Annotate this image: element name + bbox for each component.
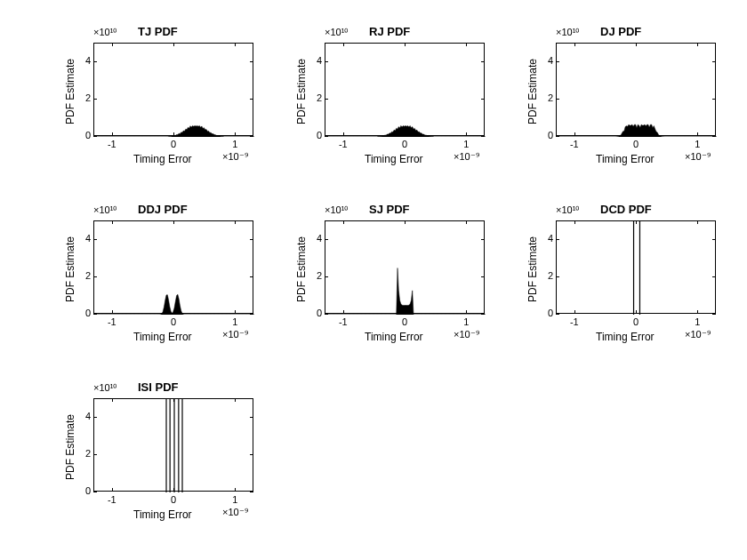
y-tick-label: 0 (295, 308, 322, 318)
y-multiplier: ×10¹⁰ (93, 27, 116, 38)
x-axis-label: Timing Error (133, 153, 192, 165)
chart-panel-ddj: ×10¹⁰DDJ PDF024-101PDF EstimateTiming Er… (53, 196, 267, 356)
x-multiplier: ×10⁻⁹ (222, 507, 248, 518)
y-tick-label: 0 (64, 485, 91, 496)
y-axis-label: PDF Estimate (295, 59, 308, 124)
x-multiplier: ×10⁻⁹ (222, 151, 248, 163)
chart-panel-tj: ×10¹⁰TJ PDF024-101PDF EstimateTiming Err… (53, 18, 267, 178)
x-tick-label: 1 (453, 139, 479, 149)
x-multiplier: ×10⁻⁹ (454, 151, 479, 163)
x-axis-label: Timing Error (365, 153, 423, 165)
plot-area (325, 220, 485, 314)
plot-area (556, 43, 716, 136)
y-multiplier: ×10¹⁰ (325, 27, 348, 38)
plot-area (556, 220, 716, 314)
x-tick-label: 0 (391, 139, 418, 149)
x-tick-label: 1 (453, 316, 479, 327)
x-tick-label: 1 (221, 494, 248, 505)
x-tick-label: -1 (99, 494, 125, 505)
x-tick-label: -1 (99, 139, 125, 149)
x-tick-label: -1 (330, 316, 357, 327)
chart-title: DJ PDF (600, 25, 641, 38)
y-axis-label: PDF Estimate (526, 236, 539, 302)
x-multiplier: ×10⁻⁹ (222, 329, 248, 340)
x-tick-label: -1 (561, 139, 588, 149)
y-tick-label: 0 (295, 130, 322, 140)
chart-panel-rj: ×10¹⁰RJ PDF024-101PDF EstimateTiming Err… (285, 18, 498, 178)
chart-panel-dj: ×10¹⁰DJ PDF024-101PDF EstimateTiming Err… (516, 18, 729, 178)
x-tick-label: 0 (160, 316, 187, 327)
chart-data-svg (94, 399, 254, 492)
x-tick-label: -1 (99, 316, 125, 327)
x-axis-label: Timing Error (365, 331, 423, 343)
x-tick-label: -1 (561, 316, 588, 327)
x-axis-label: Timing Error (596, 153, 655, 165)
y-axis-label: PDF Estimate (64, 414, 76, 480)
chart-title: RJ PDF (369, 25, 410, 38)
x-tick-label: 1 (221, 316, 248, 327)
x-tick-label: 0 (160, 139, 187, 149)
x-tick-label: 0 (160, 494, 187, 505)
x-tick-label: 1 (684, 316, 711, 327)
x-tick-label: -1 (330, 139, 357, 149)
y-multiplier: ×10¹⁰ (93, 204, 116, 216)
plot-area (93, 398, 253, 492)
y-multiplier: ×10¹⁰ (556, 204, 579, 216)
chart-data-svg (94, 44, 254, 137)
chart-data-svg (94, 221, 254, 315)
x-multiplier: ×10⁻⁹ (685, 151, 711, 163)
chart-data-svg (557, 221, 717, 315)
y-axis-label: PDF Estimate (64, 236, 76, 302)
x-tick-label: 0 (391, 316, 418, 327)
chart-data-svg (325, 221, 486, 315)
chart-panel-isi: ×10¹⁰ISI PDF024-101PDF EstimateTiming Er… (53, 373, 267, 533)
y-tick-label: 0 (64, 130, 91, 140)
x-multiplier: ×10⁻⁹ (685, 329, 711, 340)
chart-title: DCD PDF (600, 203, 652, 216)
chart-panel-sj: ×10¹⁰SJ PDF024-101PDF EstimateTiming Err… (285, 196, 498, 356)
x-tick-label: 0 (622, 139, 649, 149)
x-tick-label: 0 (622, 316, 649, 327)
plot-area (93, 220, 253, 314)
y-axis-label: PDF Estimate (295, 236, 308, 302)
y-multiplier: ×10¹⁰ (93, 382, 116, 394)
x-multiplier: ×10⁻⁹ (454, 329, 479, 340)
chart-title: DDJ PDF (138, 203, 188, 216)
x-axis-label: Timing Error (133, 508, 192, 521)
chart-title: ISI PDF (138, 380, 179, 394)
chart-data-svg (325, 44, 486, 137)
y-tick-label: 0 (526, 308, 553, 318)
plot-area (325, 43, 485, 136)
chart-data-svg (557, 44, 717, 137)
chart-title: SJ PDF (369, 203, 410, 216)
y-tick-label: 0 (64, 308, 91, 318)
chart-title: TJ PDF (138, 25, 178, 38)
plot-area (93, 43, 253, 136)
x-axis-label: Timing Error (133, 331, 192, 343)
x-tick-label: 1 (221, 139, 248, 149)
y-tick-label: 0 (526, 130, 553, 140)
y-multiplier: ×10¹⁰ (325, 204, 348, 216)
y-multiplier: ×10¹⁰ (556, 27, 579, 38)
y-axis-label: PDF Estimate (64, 59, 76, 124)
chart-panel-dcd: ×10¹⁰DCD PDF024-101PDF EstimateTiming Er… (516, 196, 729, 356)
y-axis-label: PDF Estimate (526, 59, 539, 124)
x-tick-label: 1 (684, 139, 711, 149)
x-axis-label: Timing Error (596, 331, 655, 343)
